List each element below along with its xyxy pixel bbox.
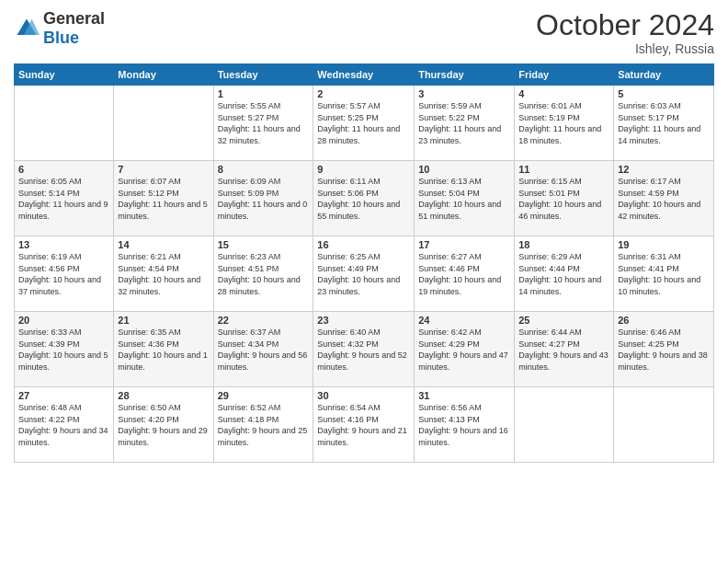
calendar-cell: 24Sunrise: 6:42 AMSunset: 4:29 PMDayligh… [415,312,515,387]
col-tuesday: Tuesday [213,64,313,86]
day-info: Sunrise: 6:42 AMSunset: 4:29 PMDaylight:… [418,327,510,373]
col-monday: Monday [114,64,213,86]
month-year: October 2024 [536,9,714,41]
day-info: Sunrise: 6:11 AMSunset: 5:06 PMDaylight:… [317,176,410,222]
day-number: 10 [418,164,510,175]
day-info: Sunrise: 6:19 AMSunset: 4:56 PMDaylight:… [18,251,109,297]
day-info: Sunrise: 6:01 AMSunset: 5:19 PMDaylight:… [518,100,609,146]
day-number: 25 [518,315,609,326]
calendar-cell: 13Sunrise: 6:19 AMSunset: 4:56 PMDayligh… [15,236,114,312]
day-number: 2 [317,88,410,99]
day-info: Sunrise: 6:33 AMSunset: 4:39 PMDaylight:… [18,327,109,373]
day-number: 6 [18,164,109,175]
calendar-cell [114,86,213,161]
col-thursday: Thursday [415,64,515,86]
day-number: 28 [118,390,209,401]
day-info: Sunrise: 6:40 AMSunset: 4:32 PMDaylight:… [317,327,410,373]
day-number: 5 [618,88,710,99]
calendar-cell: 25Sunrise: 6:44 AMSunset: 4:27 PMDayligh… [515,312,614,387]
logo-general: General [43,9,105,28]
calendar-cell: 14Sunrise: 6:21 AMSunset: 4:54 PMDayligh… [114,236,213,312]
calendar-week-row: 13Sunrise: 6:19 AMSunset: 4:56 PMDayligh… [15,236,714,312]
calendar-week-row: 1Sunrise: 5:55 AMSunset: 5:27 PMDaylight… [15,86,714,161]
calendar-cell: 19Sunrise: 6:31 AMSunset: 4:41 PMDayligh… [614,236,714,312]
day-number: 1 [218,88,310,99]
calendar-week-row: 6Sunrise: 6:05 AMSunset: 5:14 PMDaylight… [15,161,714,236]
calendar-cell: 27Sunrise: 6:48 AMSunset: 4:22 PMDayligh… [15,387,114,463]
day-info: Sunrise: 6:09 AMSunset: 5:09 PMDaylight:… [218,176,310,222]
day-number: 29 [218,390,310,401]
calendar-cell: 5Sunrise: 6:03 AMSunset: 5:17 PMDaylight… [614,86,714,161]
col-friday: Friday [515,64,614,86]
calendar-cell: 29Sunrise: 6:52 AMSunset: 4:18 PMDayligh… [213,387,313,463]
calendar-cell [515,387,614,463]
day-info: Sunrise: 6:35 AMSunset: 4:36 PMDaylight:… [118,327,209,373]
day-info: Sunrise: 6:21 AMSunset: 4:54 PMDaylight:… [118,251,209,297]
day-number: 17 [418,239,510,250]
day-number: 31 [418,390,510,401]
day-number: 27 [18,390,109,401]
calendar-cell: 17Sunrise: 6:27 AMSunset: 4:46 PMDayligh… [415,236,515,312]
calendar-cell: 30Sunrise: 6:54 AMSunset: 4:16 PMDayligh… [313,387,415,463]
calendar-cell [614,387,714,463]
day-info: Sunrise: 6:17 AMSunset: 4:59 PMDaylight:… [618,176,710,222]
calendar: Sunday Monday Tuesday Wednesday Thursday… [14,63,714,463]
day-info: Sunrise: 6:03 AMSunset: 5:17 PMDaylight:… [618,100,710,146]
calendar-cell: 6Sunrise: 6:05 AMSunset: 5:14 PMDaylight… [15,161,114,236]
calendar-cell: 31Sunrise: 6:56 AMSunset: 4:13 PMDayligh… [415,387,515,463]
day-number: 21 [118,315,209,326]
logo: General Blue [14,9,105,48]
calendar-cell: 16Sunrise: 6:25 AMSunset: 4:49 PMDayligh… [313,236,415,312]
day-info: Sunrise: 5:59 AMSunset: 5:22 PMDaylight:… [418,100,510,146]
calendar-cell: 11Sunrise: 6:15 AMSunset: 5:01 PMDayligh… [515,161,614,236]
calendar-header-row: Sunday Monday Tuesday Wednesday Thursday… [15,64,714,86]
day-info: Sunrise: 6:48 AMSunset: 4:22 PMDaylight:… [18,402,109,448]
day-number: 4 [518,88,609,99]
day-number: 16 [317,239,410,250]
day-info: Sunrise: 6:23 AMSunset: 4:51 PMDaylight:… [218,251,310,297]
day-info: Sunrise: 6:25 AMSunset: 4:49 PMDaylight:… [317,251,410,297]
calendar-cell: 15Sunrise: 6:23 AMSunset: 4:51 PMDayligh… [213,236,313,312]
day-number: 23 [317,315,410,326]
title-block: October 2024 Ishley, Russia [536,9,714,56]
calendar-cell: 1Sunrise: 5:55 AMSunset: 5:27 PMDaylight… [213,86,313,161]
col-saturday: Saturday [614,64,714,86]
calendar-cell: 20Sunrise: 6:33 AMSunset: 4:39 PMDayligh… [15,312,114,387]
day-number: 8 [218,164,310,175]
day-info: Sunrise: 6:52 AMSunset: 4:18 PMDaylight:… [218,402,310,448]
day-number: 20 [18,315,109,326]
calendar-cell: 10Sunrise: 6:13 AMSunset: 5:04 PMDayligh… [415,161,515,236]
day-info: Sunrise: 6:13 AMSunset: 5:04 PMDaylight:… [418,176,510,222]
day-info: Sunrise: 6:46 AMSunset: 4:25 PMDaylight:… [618,327,710,373]
calendar-cell: 23Sunrise: 6:40 AMSunset: 4:32 PMDayligh… [313,312,415,387]
day-number: 26 [618,315,710,326]
day-info: Sunrise: 6:29 AMSunset: 4:44 PMDaylight:… [518,251,609,297]
day-info: Sunrise: 6:07 AMSunset: 5:12 PMDaylight:… [118,176,209,222]
calendar-cell: 2Sunrise: 5:57 AMSunset: 5:25 PMDaylight… [313,86,415,161]
day-number: 3 [418,88,510,99]
calendar-cell: 9Sunrise: 6:11 AMSunset: 5:06 PMDaylight… [313,161,415,236]
calendar-cell: 7Sunrise: 6:07 AMSunset: 5:12 PMDaylight… [114,161,213,236]
day-number: 12 [618,164,710,175]
day-number: 11 [518,164,609,175]
calendar-cell [15,86,114,161]
day-number: 18 [518,239,609,250]
calendar-cell: 4Sunrise: 6:01 AMSunset: 5:19 PMDaylight… [515,86,614,161]
day-number: 19 [618,239,710,250]
header: General Blue October 2024 Ishley, Russia [14,9,714,56]
day-number: 15 [218,239,310,250]
calendar-cell: 8Sunrise: 6:09 AMSunset: 5:09 PMDaylight… [213,161,313,236]
day-info: Sunrise: 6:50 AMSunset: 4:20 PMDaylight:… [118,402,209,448]
day-number: 7 [118,164,209,175]
calendar-cell: 3Sunrise: 5:59 AMSunset: 5:22 PMDaylight… [415,86,515,161]
logo-blue: Blue [43,29,79,47]
calendar-cell: 22Sunrise: 6:37 AMSunset: 4:34 PMDayligh… [213,312,313,387]
day-number: 24 [418,315,510,326]
calendar-cell: 12Sunrise: 6:17 AMSunset: 4:59 PMDayligh… [614,161,714,236]
calendar-cell: 21Sunrise: 6:35 AMSunset: 4:36 PMDayligh… [114,312,213,387]
calendar-cell: 26Sunrise: 6:46 AMSunset: 4:25 PMDayligh… [614,312,714,387]
day-info: Sunrise: 6:15 AMSunset: 5:01 PMDaylight:… [518,176,609,222]
calendar-cell: 28Sunrise: 6:50 AMSunset: 4:20 PMDayligh… [114,387,213,463]
day-number: 14 [118,239,209,250]
calendar-week-row: 27Sunrise: 6:48 AMSunset: 4:22 PMDayligh… [15,387,714,463]
